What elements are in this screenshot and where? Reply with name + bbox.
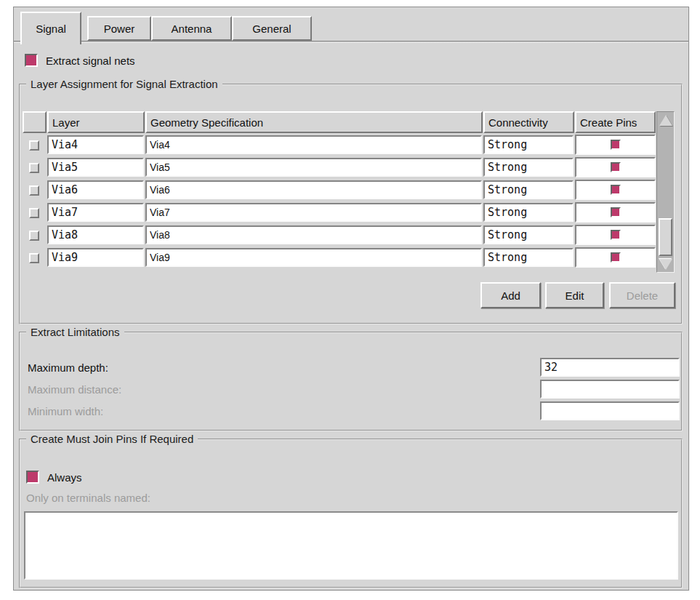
table-scrollbar[interactable] [656, 111, 675, 273]
header-select [23, 111, 47, 133]
scroll-up-button[interactable] [657, 112, 674, 128]
row-select-checkbox[interactable] [29, 163, 39, 173]
must-join-pins-title: Create Must Join Pins If Required [26, 433, 198, 445]
create-pins-checkbox[interactable] [611, 185, 621, 195]
maximum-distance-label: Maximum distance: [28, 383, 121, 396]
connectivity-field[interactable] [483, 248, 574, 267]
extract-limitations-group: Extract Limitations Maximum depth: Maxim… [19, 332, 683, 431]
connectivity-field[interactable] [483, 203, 574, 222]
extract-signal-nets-checkbox[interactable] [25, 54, 38, 67]
header-layer-label: Layer [52, 116, 80, 129]
add-button-label: Add [501, 289, 520, 302]
connectivity-field[interactable] [483, 135, 574, 154]
tab-general[interactable]: General [232, 16, 312, 41]
create-pins-checkbox[interactable] [611, 207, 621, 217]
row-select-checkbox[interactable] [29, 253, 39, 263]
connectivity-field[interactable] [483, 225, 574, 244]
tab-bar: Signal Power Antenna General [14, 7, 688, 43]
create-pins-cell [575, 135, 656, 155]
always-label: Always [47, 471, 82, 484]
header-connectivity: Connectivity [483, 111, 574, 133]
extract-limitations-title: Extract Limitations [26, 326, 124, 338]
row-select-checkbox[interactable] [29, 140, 39, 151]
create-pins-cell [575, 202, 656, 223]
create-pins-cell [575, 225, 656, 245]
create-pins-checkbox[interactable] [611, 252, 621, 263]
table-row [23, 247, 656, 269]
tab-antenna-label: Antenna [172, 23, 212, 35]
create-pins-cell [575, 247, 656, 268]
row-select-checkbox[interactable] [29, 208, 39, 218]
edit-button[interactable]: Edit [545, 282, 604, 308]
add-button[interactable]: Add [480, 282, 541, 308]
create-pins-cell [575, 180, 656, 200]
tab-power-label: Power [104, 23, 135, 35]
table-row [23, 134, 656, 156]
tab-antenna[interactable]: Antenna [151, 16, 232, 41]
maximum-depth-label: Maximum depth: [28, 361, 108, 374]
extract-signal-nets-row: Extract signal nets [25, 54, 135, 67]
header-create-pins: Create Pins [575, 111, 656, 133]
always-checkbox[interactable] [26, 471, 39, 484]
header-create-pins-label: Create Pins [580, 116, 637, 129]
layer-field[interactable] [47, 248, 144, 267]
delete-button[interactable]: Delete [609, 282, 675, 308]
geometry-field[interactable] [145, 180, 482, 199]
minimum-width-field[interactable] [540, 401, 680, 420]
create-pins-cell [575, 157, 656, 177]
arrow-down-icon [659, 259, 672, 270]
options-dialog: Signal Power Antenna General Extract sig… [13, 7, 689, 591]
tab-signal[interactable]: Signal [20, 12, 81, 44]
create-pins-checkbox[interactable] [611, 140, 621, 150]
geometry-field[interactable] [145, 225, 482, 244]
scroll-down-button[interactable] [657, 256, 674, 272]
layer-table: Layer Geometry Specification Connectivit… [23, 111, 675, 273]
layer-field[interactable] [47, 225, 144, 244]
extract-signal-nets-label: Extract signal nets [46, 55, 135, 67]
layer-field[interactable] [47, 135, 144, 154]
connectivity-field[interactable] [483, 180, 574, 199]
geometry-field[interactable] [145, 158, 482, 177]
always-row: Always [26, 471, 82, 484]
maximum-distance-field[interactable] [540, 380, 680, 399]
layer-assignment-group: Layer Assignment for Signal Extraction L… [19, 84, 683, 324]
tab-general-label: General [252, 23, 291, 35]
table-row [23, 201, 656, 224]
header-connectivity-label: Connectivity [488, 116, 548, 129]
minimum-width-label: Minimum width: [28, 405, 103, 417]
table-row [23, 179, 656, 201]
layer-assignment-title: Layer Assignment for Signal Extraction [26, 78, 222, 90]
must-join-pins-group: Create Must Join Pins If Required Always… [19, 439, 683, 588]
row-select-checkbox[interactable] [29, 185, 39, 196]
tab-signal-label: Signal [36, 23, 66, 35]
arrow-up-icon [659, 115, 672, 126]
connectivity-field[interactable] [483, 158, 574, 177]
table-row [23, 224, 656, 247]
layer-field[interactable] [47, 203, 144, 222]
delete-button-label: Delete [627, 289, 658, 302]
geometry-field[interactable] [145, 135, 482, 154]
layer-field[interactable] [47, 180, 144, 199]
header-layer: Layer [47, 111, 145, 133]
tab-power[interactable]: Power [87, 16, 151, 41]
header-geometry: Geometry Specification [145, 111, 483, 133]
maximum-depth-field[interactable] [540, 358, 680, 377]
layer-field[interactable] [47, 158, 144, 177]
scrollbar-thumb[interactable] [659, 218, 672, 256]
table-row [23, 156, 656, 179]
tab-strip-edge [14, 41, 688, 43]
terminals-named-label: Only on terminals named: [26, 492, 150, 504]
edit-button-label: Edit [566, 289, 584, 302]
geometry-field[interactable] [145, 203, 482, 222]
create-pins-checkbox[interactable] [611, 162, 621, 172]
row-select-checkbox[interactable] [29, 231, 39, 241]
geometry-field[interactable] [145, 248, 482, 267]
create-pins-checkbox[interactable] [611, 230, 621, 240]
terminals-named-textarea[interactable] [24, 511, 678, 580]
header-geometry-label: Geometry Specification [150, 116, 263, 129]
